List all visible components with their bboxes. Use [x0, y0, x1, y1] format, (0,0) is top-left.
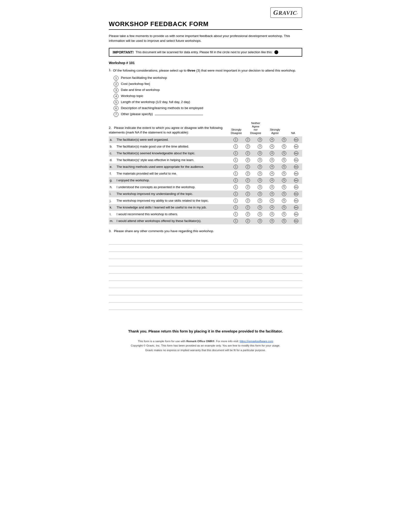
scale-circle: 4 [270, 151, 274, 155]
scale-option-na[interactable]: NA [290, 197, 302, 204]
scale-option-3[interactable]: 3 [254, 197, 266, 204]
scale-option-na[interactable]: NA [290, 190, 302, 197]
scale-option-2[interactable]: 2 [242, 163, 254, 170]
scale-option-5[interactable]: 5 [278, 218, 290, 224]
scale-option-2[interactable]: 2 [242, 218, 254, 224]
scale-option-3[interactable]: 3 [254, 157, 266, 163]
row-letter: l. [109, 211, 116, 218]
q1-option-item[interactable]: 4Workshop topic [114, 94, 302, 99]
table-row: e.The teaching methods used were appropr… [109, 163, 302, 170]
scale-option-1[interactable]: 1 [230, 190, 242, 197]
scale-option-3[interactable]: 3 [254, 184, 266, 190]
scale-option-2[interactable]: 2 [242, 136, 254, 143]
scale-option-4[interactable]: 4 [266, 197, 278, 204]
scale-option-2[interactable]: 2 [242, 211, 254, 218]
scale-option-3[interactable]: 3 [254, 211, 266, 218]
scale-option-4[interactable]: 4 [266, 150, 278, 157]
scale-option-na[interactable]: NA [290, 218, 302, 224]
scale-circle: 5 [282, 158, 286, 162]
q1-option-item[interactable]: 3Date and time of workshop [114, 87, 302, 93]
scale-option-1[interactable]: 1 [230, 218, 242, 224]
scale-option-2[interactable]: 2 [242, 143, 254, 150]
scale-option-5[interactable]: 5 [278, 204, 290, 211]
scale-circle: 5 [282, 192, 286, 196]
scale-circle: 1 [234, 205, 238, 210]
scale-option-na[interactable]: NA [290, 143, 302, 150]
scale-option-4[interactable]: 4 [266, 218, 278, 224]
scale-option-5[interactable]: 5 [278, 170, 290, 177]
scale-option-5[interactable]: 5 [278, 143, 290, 150]
option-circle: 3 [114, 88, 119, 93]
scale-option-na[interactable]: NA [290, 136, 302, 143]
scale-option-2[interactable]: 2 [242, 184, 254, 190]
scale-option-na[interactable]: NA [290, 211, 302, 218]
scale-option-4[interactable]: 4 [266, 136, 278, 143]
scale-option-4[interactable]: 4 [266, 190, 278, 197]
scale-option-na[interactable]: NA [290, 204, 302, 211]
logo-area: GRAVIC . [109, 7, 302, 18]
scale-option-5[interactable]: 5 [278, 163, 290, 170]
table-row: i.The workshop improved my understanding… [109, 190, 302, 197]
scale-option-5[interactable]: 5 [278, 190, 290, 197]
scale-option-1[interactable]: 1 [230, 177, 242, 184]
scale-option-4[interactable]: 4 [266, 204, 278, 211]
scale-option-3[interactable]: 3 [254, 143, 266, 150]
scale-option-3[interactable]: 3 [254, 190, 266, 197]
scale-option-5[interactable]: 5 [278, 150, 290, 157]
scale-option-2[interactable]: 2 [242, 150, 254, 157]
scale-option-1[interactable]: 1 [230, 163, 242, 170]
scale-option-4[interactable]: 4 [266, 163, 278, 170]
scale-option-4[interactable]: 4 [266, 211, 278, 218]
scale-option-2[interactable]: 2 [242, 157, 254, 163]
scale-option-3[interactable]: 3 [254, 204, 266, 211]
na-circle: NA [294, 178, 298, 183]
row-statement: I enjoyed the workshop. [116, 177, 230, 184]
scale-option-2[interactable]: 2 [242, 170, 254, 177]
scale-option-4[interactable]: 4 [266, 157, 278, 163]
scale-option-na[interactable]: NA [290, 157, 302, 163]
scale-option-2[interactable]: 2 [242, 204, 254, 211]
scale-option-1[interactable]: 1 [230, 157, 242, 163]
scale-circle: 1 [234, 219, 238, 223]
scale-option-5[interactable]: 5 [278, 177, 290, 184]
scale-option-5[interactable]: 5 [278, 197, 290, 204]
scale-option-1[interactable]: 1 [230, 150, 242, 157]
q1-option-item[interactable]: 5Length of the workshop (1/2 day, full d… [114, 100, 302, 105]
scale-option-4[interactable]: 4 [266, 170, 278, 177]
q1-option-item[interactable]: 1Person facilitating the workshop [114, 76, 302, 81]
scale-option-5[interactable]: 5 [278, 211, 290, 218]
scale-option-1[interactable]: 1 [230, 184, 242, 190]
scale-option-4[interactable]: 4 [266, 177, 278, 184]
scale-option-1[interactable]: 1 [230, 204, 242, 211]
scale-option-2[interactable]: 2 [242, 197, 254, 204]
scale-option-3[interactable]: 3 [254, 136, 266, 143]
scale-option-na[interactable]: NA [290, 170, 302, 177]
scale-option-3[interactable]: 3 [254, 177, 266, 184]
q1-option-item[interactable]: 7Other (please specify) [114, 112, 302, 117]
scale-option-5[interactable]: 5 [278, 136, 290, 143]
scale-option-1[interactable]: 1 [230, 211, 242, 218]
q1-option-item[interactable]: 2Cost (workshop fee) [114, 82, 302, 86]
scale-option-na[interactable]: NA [290, 150, 302, 157]
scale-option-3[interactable]: 3 [254, 163, 266, 170]
scale-option-na[interactable]: NA [290, 163, 302, 170]
scale-option-1[interactable]: 1 [230, 143, 242, 150]
scale-option-4[interactable]: 4 [266, 184, 278, 190]
scale-option-1[interactable]: 1 [230, 197, 242, 204]
scale-option-2[interactable]: 2 [242, 177, 254, 184]
scale-option-na[interactable]: NA [290, 177, 302, 184]
scale-option-1[interactable]: 1 [230, 136, 242, 143]
scale-header-na: NA [287, 132, 299, 135]
q1-option-item[interactable]: 6Description of teaching/learning method… [114, 106, 302, 111]
scale-option-4[interactable]: 4 [266, 143, 278, 150]
scale-option-3[interactable]: 3 [254, 218, 266, 224]
scale-option-5[interactable]: 5 [278, 157, 290, 163]
row-statement: I understood the concepts as presented i… [116, 184, 230, 190]
scale-option-na[interactable]: NA [290, 184, 302, 190]
footer-link[interactable]: https://remarksoftware.com [240, 340, 273, 343]
scale-option-3[interactable]: 3 [254, 150, 266, 157]
scale-option-3[interactable]: 3 [254, 170, 266, 177]
scale-option-5[interactable]: 5 [278, 184, 290, 190]
scale-option-1[interactable]: 1 [230, 170, 242, 177]
scale-option-2[interactable]: 2 [242, 190, 254, 197]
